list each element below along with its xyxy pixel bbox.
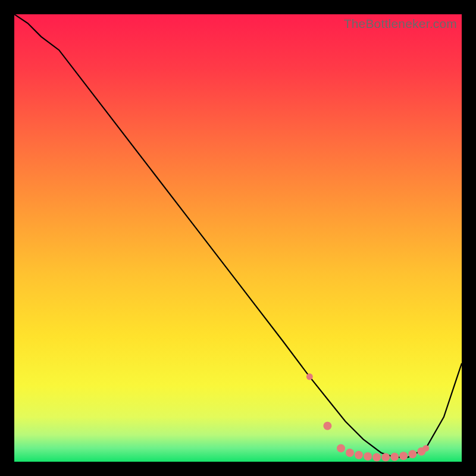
marker-point	[422, 445, 429, 452]
marker-point	[337, 444, 345, 452]
bottleneck-chart	[14, 14, 462, 462]
marker-point	[355, 451, 363, 459]
marker-point	[364, 452, 372, 461]
chart-frame: TheBottleneker.com	[14, 14, 462, 462]
watermark-text: TheBottleneker.com	[344, 17, 457, 31]
marker-point	[399, 452, 408, 460]
marker-point	[323, 422, 331, 430]
marker-point	[408, 450, 416, 458]
marker-point	[381, 453, 390, 462]
marker-point	[390, 453, 399, 461]
marker-point	[306, 374, 313, 380]
heat-background	[14, 14, 462, 462]
marker-point	[372, 453, 381, 462]
marker-point	[346, 449, 354, 457]
